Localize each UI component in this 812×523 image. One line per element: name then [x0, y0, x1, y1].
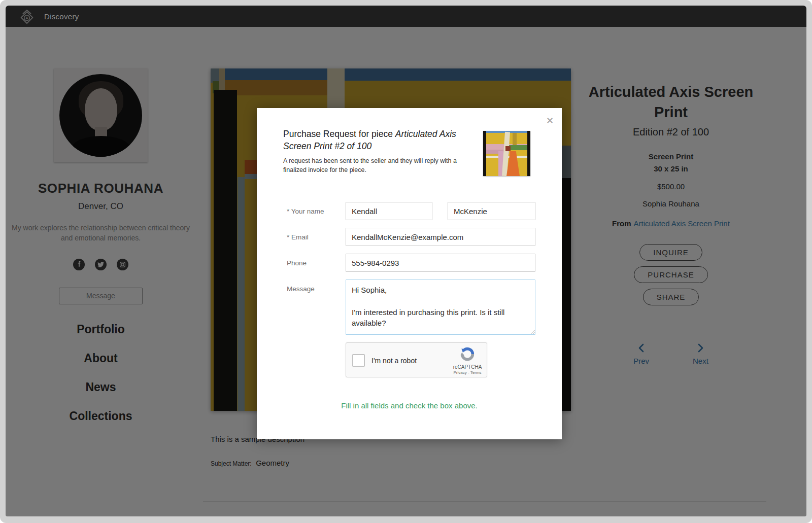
name-label: * Your name [287, 202, 346, 220]
thumb-shape [509, 145, 527, 150]
recaptcha-brand: reCAPTCHA [453, 364, 482, 370]
message-field-area: Hi Sophia, I'm interested in purchasing … [346, 280, 535, 335]
message-row: Message Hi Sophia, I'm interested in pur… [287, 280, 535, 335]
captcha-area: I'm not a robot reCAPTCHA Privacy - Term… [346, 342, 535, 377]
phone-field-area [346, 254, 535, 272]
modal-header: Purchase Request for piece Articulated A… [283, 128, 482, 175]
artwork-thumbnail [483, 131, 530, 176]
email-label: * Email [287, 228, 346, 246]
recaptcha-widget: I'm not a robot reCAPTCHA Privacy - Term… [346, 342, 487, 377]
message-label: Message [287, 280, 346, 335]
purchase-form: * Your name * Email Phone [287, 202, 535, 385]
phone-row: Phone [287, 254, 535, 272]
modal-title-prefix: Purchase Request for piece [283, 129, 395, 139]
phone-label: Phone [287, 254, 346, 272]
email-field-area [346, 228, 535, 246]
close-icon[interactable]: ✕ [544, 113, 556, 128]
app-root: A Discovery SOPHIA ROUHANA Denver, CO My [6, 6, 806, 516]
recaptcha-logo-icon [460, 346, 475, 362]
recaptcha-checkbox[interactable] [352, 354, 365, 367]
email-row: * Email [287, 228, 535, 246]
recaptcha-label: I'm not a robot [371, 357, 417, 365]
name-fields [346, 202, 535, 220]
captcha-row: I'm not a robot reCAPTCHA Privacy - Term… [287, 342, 535, 377]
thumb-shape [527, 131, 530, 176]
browser-window: A Discovery SOPHIA ROUHANA Denver, CO My [0, 0, 812, 523]
first-name-input[interactable] [346, 202, 432, 220]
purchase-request-modal: ✕ Purchase Request for piece Articulated… [257, 108, 562, 439]
svg-text:A: A [25, 16, 28, 20]
thumb-shape [505, 146, 511, 151]
form-validation-note: Fill in all fields and check the box abo… [257, 401, 562, 410]
thumb-shape [506, 151, 520, 176]
discovery-nav-label[interactable]: Discovery [44, 12, 79, 21]
name-row: * Your name [287, 202, 535, 220]
phone-input[interactable] [346, 254, 535, 272]
artwork-archive-logo-icon: A [19, 8, 35, 24]
thumb-shape [513, 133, 517, 145]
top-nav-bar: A Discovery [6, 6, 806, 27]
modal-title: Purchase Request for piece Articulated A… [283, 128, 482, 152]
last-name-input[interactable] [448, 202, 535, 220]
thumb-shape [483, 131, 486, 176]
modal-subtitle: A request has been sent to the seller an… [283, 157, 476, 175]
recaptcha-privacy-terms[interactable]: Privacy - Terms [453, 370, 482, 375]
captcha-spacer [287, 342, 346, 377]
message-textarea[interactable]: Hi Sophia, I'm interested in purchasing … [346, 280, 535, 335]
email-input[interactable] [346, 228, 535, 246]
recaptcha-brand-box: reCAPTCHA Privacy - Terms [453, 346, 482, 375]
